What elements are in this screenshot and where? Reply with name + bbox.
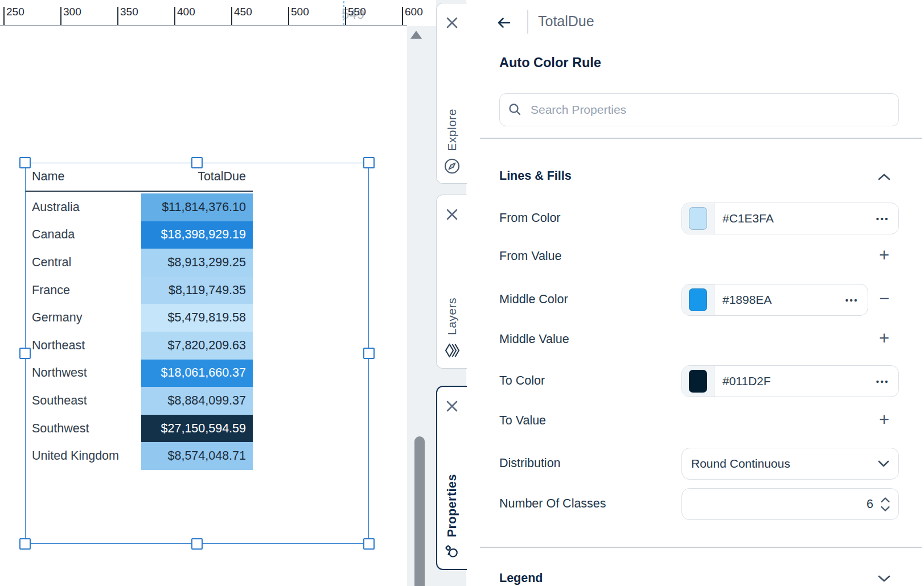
close-icon[interactable] — [444, 15, 460, 31]
expand-section-button[interactable] — [876, 573, 893, 584]
from-color-menu-icon[interactable]: ••• — [876, 214, 889, 224]
chevron-down-icon — [877, 573, 892, 584]
middle-value-label: Middle Value — [499, 332, 569, 346]
selection-handle-top-left[interactable] — [19, 157, 31, 168]
ruler-baseline — [0, 25, 407, 26]
search-input[interactable] — [529, 102, 890, 117]
middle-color-hex: #1898EA — [722, 293, 771, 307]
properties-paint-icon — [443, 543, 461, 561]
close-icon[interactable] — [444, 207, 460, 222]
plus-icon: + — [879, 412, 889, 427]
middle-color-swatch-well[interactable] — [682, 284, 714, 315]
middle-color-control[interactable]: #1898EA ••• — [681, 284, 868, 316]
to-color-swatch[interactable] — [689, 370, 707, 393]
report-designer: Name TotalDue Australia$11,814,376.10Can… — [0, 0, 924, 586]
from-value-label: From Value — [499, 249, 562, 263]
selection-handle-mid-right[interactable] — [363, 348, 375, 359]
number-of-classes-control[interactable] — [681, 488, 899, 520]
collapse-section-button[interactable] — [876, 172, 893, 182]
plus-icon: + — [879, 331, 889, 346]
distribution-select[interactable]: Round Continuous — [681, 448, 899, 480]
chevron-up-icon — [877, 172, 892, 182]
panel-title: TotalDue — [538, 13, 594, 30]
rule-title: Auto Color Rule — [499, 55, 601, 71]
layers-icon — [442, 341, 462, 360]
section-divider — [480, 138, 922, 139]
scroll-up-arrow-icon[interactable] — [410, 31, 422, 39]
distribution-label: Distribution — [499, 456, 561, 471]
selection-handle-bottom-left[interactable] — [19, 538, 31, 550]
section-header-lines-fills[interactable]: Lines & Fills — [499, 169, 572, 183]
tab-layers[interactable]: Layers — [436, 195, 467, 369]
to-color-swatch-well[interactable] — [682, 366, 714, 397]
chevron-down-icon — [877, 459, 890, 468]
back-arrow-icon[interactable] — [495, 14, 513, 32]
section-divider — [480, 547, 922, 548]
tab-explore-label: Explore — [445, 109, 459, 151]
to-color-label: To Color — [499, 374, 545, 388]
section-header-legend[interactable]: Legend — [499, 571, 543, 585]
from-color-control[interactable]: #C1E3FA ••• — [681, 203, 899, 234]
canvas-scrollbar-track[interactable] — [407, 26, 436, 586]
minus-icon: − — [879, 291, 889, 306]
number-of-classes-label: Number Of Classes — [499, 497, 606, 511]
number-of-classes-input[interactable] — [832, 497, 874, 512]
selection-handle-bottom-right[interactable] — [363, 538, 375, 550]
add-middle-value-button[interactable]: + — [876, 331, 893, 346]
spinner-down-icon[interactable] — [880, 506, 890, 512]
from-color-label: From Color — [499, 211, 561, 225]
selection-handle-top-right[interactable] — [363, 157, 375, 168]
add-from-value-button[interactable]: + — [876, 248, 893, 263]
search-icon — [508, 102, 523, 117]
from-color-swatch[interactable] — [689, 207, 707, 230]
search-properties-box[interactable] — [499, 93, 899, 126]
from-color-swatch-well[interactable] — [682, 203, 714, 234]
compass-icon — [443, 157, 461, 175]
to-color-hex: #011D2F — [722, 374, 771, 388]
distribution-value: Round Continuous — [691, 457, 790, 471]
selection-outline[interactable] — [25, 163, 369, 544]
to-value-label: To Value — [499, 414, 546, 428]
to-color-control[interactable]: #011D2F ••• — [681, 365, 899, 397]
spinner-up-icon[interactable] — [880, 497, 890, 503]
middle-color-swatch[interactable] — [689, 288, 707, 311]
tab-properties-label: Properties — [445, 474, 459, 537]
plus-icon: + — [879, 248, 889, 263]
selection-handle-top-mid[interactable] — [191, 157, 203, 168]
horizontal-ruler: 549 250300350400450500550600 — [0, 0, 436, 26]
add-to-value-button[interactable]: + — [876, 412, 893, 427]
close-icon[interactable] — [444, 398, 460, 414]
from-color-hex: #C1E3FA — [722, 212, 774, 225]
tab-properties[interactable]: Properties — [436, 386, 467, 570]
selection-handle-mid-left[interactable] — [19, 348, 31, 359]
vertical-scrollbar-thumb[interactable] — [414, 436, 425, 586]
ruler-guide-line[interactable] — [343, 1, 344, 25]
title-divider — [527, 10, 528, 34]
properties-panel: TotalDue Auto Color Rule Lines & Fills F… — [466, 0, 924, 586]
tab-explore[interactable]: Explore — [436, 3, 467, 184]
design-canvas[interactable]: Name TotalDue Australia$11,814,376.10Can… — [0, 26, 407, 586]
selection-handle-bottom-mid[interactable] — [191, 538, 203, 550]
to-color-menu-icon[interactable]: ••• — [876, 377, 889, 386]
middle-color-label: Middle Color — [499, 292, 568, 307]
tab-layers-label: Layers — [445, 298, 459, 335]
remove-middle-color-button[interactable]: − — [876, 291, 893, 306]
middle-color-menu-icon[interactable]: ••• — [845, 295, 859, 305]
